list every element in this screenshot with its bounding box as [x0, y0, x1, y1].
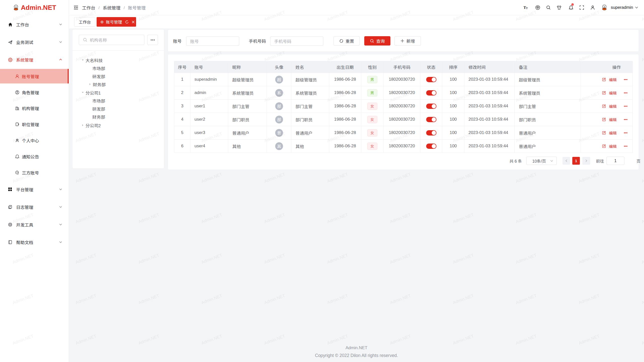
- svg-text:T: T: [524, 6, 526, 10]
- svg-text:T: T: [526, 7, 528, 10]
